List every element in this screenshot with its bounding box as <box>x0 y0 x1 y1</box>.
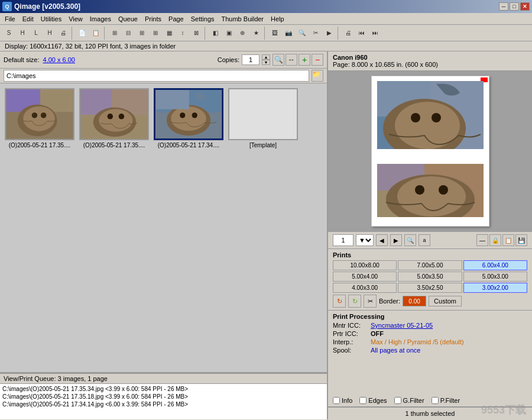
toolbar-separator-2 <box>104 27 106 40</box>
svg-point-13 <box>119 114 125 119</box>
copies-input[interactable] <box>242 54 259 65</box>
browse-button[interactable]: 📁 <box>312 70 323 82</box>
thumb-img-3[interactable] <box>154 88 223 140</box>
cb-pfilter-label: P.Filter <box>440 397 460 404</box>
refresh2-btn[interactable]: ↻ <box>348 295 361 308</box>
page-number-input[interactable] <box>333 234 353 246</box>
print-size-1[interactable]: 7.00x5.00 <box>398 260 462 270</box>
copies-down[interactable]: ▼ <box>262 60 270 65</box>
tb-btn-4[interactable]: H <box>43 27 56 40</box>
thumbnail-template[interactable]: [Template] <box>228 88 298 148</box>
tb-btn-3[interactable]: L <box>30 27 43 40</box>
thumb-img-2[interactable] <box>79 88 149 140</box>
border-input[interactable] <box>403 296 426 306</box>
scissors-btn[interactable]: ✂ <box>364 295 377 308</box>
cb-pfilter-input[interactable] <box>432 397 439 404</box>
menu-prints[interactable]: Prints <box>141 14 165 24</box>
cb-edges: Edges <box>359 397 387 404</box>
print-size-8[interactable]: 3.00x2.00 <box>463 283 527 293</box>
tb-btn-print2[interactable]: 🖨 <box>342 27 355 40</box>
cb-info-input[interactable] <box>333 397 340 404</box>
tb-btn-grid1[interactable]: ⊞ <box>108 27 121 40</box>
default-size-value[interactable]: 4.00 x 6.00 <box>43 56 75 63</box>
thumbnail-1[interactable]: (O)2005-05-21 17.35.... <box>5 88 74 148</box>
print-size-4[interactable]: 5.00x3.50 <box>398 272 462 282</box>
thumbnail-2[interactable]: (O)2005-05-21 17.35.... <box>79 88 149 148</box>
thumb-img-1[interactable] <box>5 88 74 140</box>
custom-button[interactable]: Custom <box>429 296 462 306</box>
tb-btn-img3[interactable]: 🔍 <box>296 27 309 40</box>
print-size-5[interactable]: 5.00x3.00 <box>463 272 527 282</box>
cb-edges-input[interactable] <box>359 397 366 404</box>
tb-btn-img2[interactable]: 📷 <box>282 27 295 40</box>
dash-btn[interactable]: — <box>476 234 488 246</box>
tb-btn-select2[interactable]: ▣ <box>222 27 235 40</box>
print-size-3[interactable]: 5.00x4.00 <box>333 272 397 282</box>
menu-edit[interactable]: Edit <box>19 14 37 24</box>
add-btn[interactable]: + <box>299 54 310 66</box>
tb-btn-img4[interactable]: ✂ <box>309 27 322 40</box>
menu-page[interactable]: Page <box>165 14 187 24</box>
printer-header: Canon i960 Page: 8.000 x 10.685 in. (600… <box>328 51 532 71</box>
tb-btn-pages[interactable]: 📋 <box>89 27 102 40</box>
tb-btn-next[interactable]: ⏭ <box>369 27 382 40</box>
tb-btn-grid3[interactable]: ⊞ <box>135 27 148 40</box>
pp-spool-label: Spool: <box>333 347 368 354</box>
pp-mntr-value[interactable]: Syncmaster 05-21-05 <box>371 322 433 329</box>
tb-btn-grid5[interactable]: ▦ <box>163 27 176 40</box>
zoom-page-btn[interactable]: 🔍 <box>404 234 416 246</box>
tb-btn-print[interactable]: 🖨 <box>57 27 70 40</box>
menu-queue[interactable]: Queue <box>115 14 141 24</box>
tb-btn-file[interactable]: 📄 <box>76 27 89 40</box>
copy-btn[interactable]: 📋 <box>502 234 514 246</box>
menu-thumb-builder[interactable]: Thumb Builder <box>218 14 268 24</box>
tb-btn-prev[interactable]: ⏮ <box>355 27 368 40</box>
print-size-7[interactable]: 3.50x2.50 <box>398 283 462 293</box>
print-size-2[interactable]: 6.00x4.00 <box>463 260 527 270</box>
close-button[interactable]: ✕ <box>520 2 530 11</box>
tb-btn-2[interactable]: H <box>16 27 29 40</box>
save-btn[interactable]: 💾 <box>515 234 527 246</box>
tb-btn-1[interactable]: S <box>2 27 15 40</box>
tb-btn-sort[interactable]: ↕ <box>176 27 189 40</box>
next-page-btn[interactable]: ▶ <box>390 234 402 246</box>
copies-spinner: ▲ ▼ <box>262 54 270 65</box>
resize-btn[interactable]: ↔ <box>286 54 297 66</box>
pp-interp-value: Max / High / Pyramid /5 (default) <box>371 338 464 345</box>
cb-edges-label: Edges <box>368 397 387 404</box>
page-select[interactable]: ▼ <box>356 234 374 246</box>
menu-help[interactable]: Help <box>267 14 288 24</box>
maximize-button[interactable]: □ <box>510 2 519 11</box>
thumb-img-template[interactable] <box>228 88 298 140</box>
tb-btn-select1[interactable]: ◧ <box>209 27 222 40</box>
minimize-button[interactable]: ─ <box>499 2 508 11</box>
prev-page-btn[interactable]: ◀ <box>376 234 388 246</box>
preview-img-top <box>377 81 484 149</box>
remove-btn[interactable]: − <box>312 54 323 66</box>
print-size-6[interactable]: 4.00x3.00 <box>333 283 397 293</box>
lock-btn[interactable]: 🔒 <box>489 234 501 246</box>
menu-view[interactable]: View <box>65 14 86 24</box>
tb-btn-star[interactable]: ★ <box>249 27 262 40</box>
path-input[interactable] <box>4 70 309 82</box>
tb-btn-grid4[interactable]: ⊞ <box>149 27 162 40</box>
refresh-btn[interactable]: ↻ <box>333 295 346 308</box>
tb-btn-grid2[interactable]: ⊟ <box>122 27 135 40</box>
menu-utilities[interactable]: Utilities <box>37 14 65 24</box>
menu-file[interactable]: File <box>1 14 19 24</box>
cb-gfilter-input[interactable] <box>394 397 401 404</box>
svg-point-4 <box>23 106 54 131</box>
thumbnail-3[interactable]: (O)2005-05-21 17.34.... <box>154 88 223 148</box>
copies-up[interactable]: ▲ <box>262 54 270 60</box>
tb-btn-filter[interactable]: ⊠ <box>190 27 203 40</box>
queue-item-0: C:\images\(O)2005-05-21 17.35.34.jpg <3.… <box>1 385 326 393</box>
text-a-btn[interactable]: a <box>419 234 430 246</box>
tb-btn-select3[interactable]: ⊕ <box>236 27 249 40</box>
print-size-0[interactable]: 10.00x8.00 <box>333 260 397 270</box>
lock-icons: — 🔒 📋 💾 <box>476 234 527 246</box>
tb-btn-play[interactable]: ▶ <box>323 27 336 40</box>
tb-btn-img1[interactable]: 🖼 <box>268 27 281 40</box>
zoom-btn[interactable]: 🔍 <box>273 54 284 66</box>
menu-images[interactable]: Images <box>86 14 115 24</box>
menu-settings[interactable]: Settings <box>187 14 218 24</box>
